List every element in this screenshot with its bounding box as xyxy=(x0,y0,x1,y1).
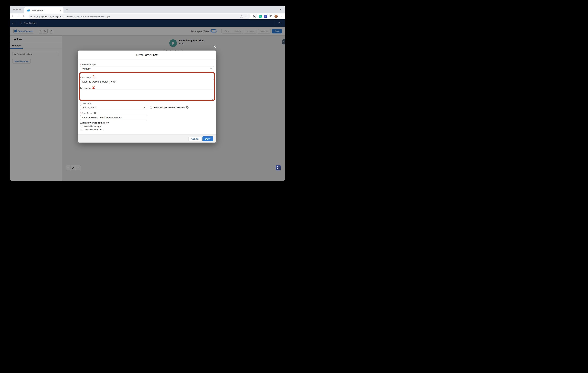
annotation-number-1: 1 xyxy=(93,74,95,79)
apex-class-field xyxy=(80,115,147,120)
available-output-label: Available for output xyxy=(84,128,103,131)
resource-type-combobox[interactable]: Variable ▼ xyxy=(80,66,214,71)
allow-multiple-label: Allow multiple values (collection) xyxy=(154,106,185,109)
lock-icon xyxy=(31,16,32,17)
assistant-sparkle-button[interactable]: ✦ ✦ ✦ xyxy=(276,165,281,170)
annotation-number-2: 2 xyxy=(92,85,95,90)
info-icon[interactable]: i xyxy=(94,112,96,114)
resource-type-label: *Resource Type xyxy=(80,63,96,66)
tab-overview-icon[interactable]: ▾ xyxy=(280,8,281,11)
bookmark-star-icon[interactable]: ☆ xyxy=(246,15,249,18)
extensions-puzzle-icon[interactable] xyxy=(269,15,273,18)
data-type-value: Apex-Defined xyxy=(82,106,96,109)
data-type-combobox[interactable]: Apex-Defined ▼ xyxy=(80,105,147,110)
chevron-down-icon: ▼ xyxy=(210,68,212,70)
cancel-button[interactable]: Cancel xyxy=(189,136,201,141)
window-fullscreen-button[interactable] xyxy=(19,9,21,10)
chevron-down-icon: ▼ xyxy=(144,107,145,108)
tab-close-icon[interactable]: ✕ xyxy=(59,9,62,12)
modal-header: New Resource xyxy=(78,51,216,60)
apex-class-input[interactable] xyxy=(82,116,145,119)
apex-class-label: *Apex Class xyxy=(80,112,92,114)
available-input-label: Available for input xyxy=(84,125,101,127)
modal-title: New Resource xyxy=(136,53,158,57)
modal-close-icon[interactable]: ✕ xyxy=(213,45,216,49)
allow-multiple-checkbox[interactable] xyxy=(150,106,152,109)
sparkle-icon: ✦ xyxy=(278,167,280,169)
info-icon[interactable]: i xyxy=(186,106,189,109)
window-close-button[interactable] xyxy=(13,9,15,10)
forward-icon[interactable]: → xyxy=(17,15,20,17)
salesforce-cloud-icon xyxy=(27,9,30,11)
share-icon[interactable]: ↑ xyxy=(240,15,242,18)
grammarly-extension-icon[interactable]: G xyxy=(259,15,262,18)
url-path: /builder_platform_interaction/flowBuilde… xyxy=(68,15,110,18)
address-bar[interactable]: page-page-5950.lightning.force.com/build… xyxy=(29,14,251,19)
page-url: page-page-5950.lightning.force.com/build… xyxy=(34,15,240,18)
api-name-field xyxy=(80,79,214,84)
available-for-output-row: Available for output xyxy=(81,128,103,131)
browser-toolbar: ← → ⟳ page-page-5950.lightning.force.com… xyxy=(10,13,285,19)
browser-menu-icon[interactable]: ⋮ xyxy=(280,15,283,17)
sparkle-icon: ✦ xyxy=(277,168,278,169)
available-for-input-row: Available for input xyxy=(81,125,101,127)
modal-footer: Cancel Done xyxy=(78,135,216,143)
available-input-checkbox[interactable] xyxy=(81,125,83,127)
url-domain: page-page-5950.lightning.force.com xyxy=(34,15,68,18)
data-type-label: *Data Type xyxy=(80,102,91,105)
profile-avatar[interactable] xyxy=(274,15,278,18)
browser-tab[interactable]: Flow Builder ✕ xyxy=(24,7,63,13)
description-textarea[interactable] xyxy=(80,90,214,100)
new-tab-button[interactable]: + xyxy=(65,8,68,11)
new-resource-modal: New Resource *Resource Type Variable ▼ *… xyxy=(78,51,216,143)
sparkle-extension-icon[interactable]: ✦ xyxy=(264,15,267,18)
window-minimize-button[interactable] xyxy=(16,9,18,10)
reload-icon[interactable]: ⟳ xyxy=(23,15,25,17)
back-icon[interactable]: ← xyxy=(12,15,14,17)
tab-title: Flow Builder xyxy=(32,9,59,12)
browser-tab-strip: Flow Builder ✕ + ▾ xyxy=(10,6,285,13)
api-name-input[interactable] xyxy=(82,80,212,83)
apex-class-label-row: *Apex Class i xyxy=(80,112,96,114)
password-manager-extension-icon[interactable] xyxy=(253,15,256,18)
availability-heading: Availability Outside the Flow xyxy=(80,122,109,124)
done-button[interactable]: Done xyxy=(202,136,213,141)
resource-type-value: Variable xyxy=(82,67,91,70)
allow-multiple-row: Allow multiple values (collection) i xyxy=(150,106,189,109)
available-output-checkbox[interactable] xyxy=(81,129,83,131)
browser-window: Flow Builder ✕ + ▾ ← → ⟳ page-page-5950.… xyxy=(10,6,285,181)
